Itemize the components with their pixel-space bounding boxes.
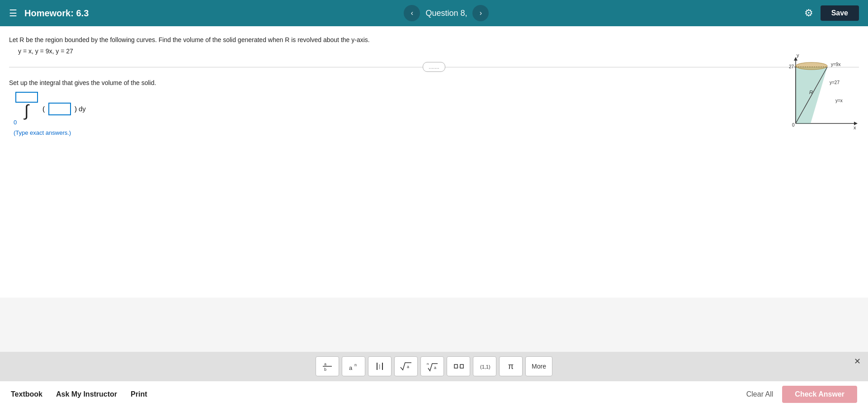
problem-description: Let R be the region bounded by the follo… [9,35,859,45]
nth-root-button[interactable]: n a [420,356,444,376]
more-button[interactable]: More [525,356,552,376]
problem-equations: y = x, y = 9x, y = 27 [18,47,859,55]
graph-svg: y x y=9x y=27 y=x R 27 0 [782,53,859,130]
svg-text:b: b [324,367,326,372]
svg-text:a: a [407,364,409,369]
matrix-button[interactable]: (1,1) [473,356,496,376]
svg-text:27: 27 [789,64,794,69]
open-paren: ( [42,105,45,113]
lower-bound: 0 [14,119,17,126]
sqrt-icon: a [400,360,412,373]
pi-button[interactable]: π [499,356,523,376]
superscript-icon: a n [347,360,360,373]
nth-root-icon: n a [426,360,439,373]
svg-text:R: R [809,90,813,95]
exact-answers-note: (Type exact answers.) [14,129,859,136]
question-navigation: ‹ Question 8, › [89,5,804,21]
next-question-button[interactable]: › [472,5,489,21]
integral-row: ∫ 0 ( ) dy [14,92,859,126]
superscript-button[interactable]: a n [342,356,365,376]
svg-point-9 [796,62,827,70]
graph-area: y x y=9x y=27 y=x R 27 0 [782,53,859,130]
svg-text:a: a [324,362,326,366]
section-divider: ....... [9,62,859,72]
math-toolbar: ✕ a b a n ∣ [0,352,868,381]
more-label: More [532,363,546,370]
svg-text:0: 0 [792,123,795,128]
close-paren: ) [75,105,77,113]
ask-instructor-link[interactable]: Ask My Instructor [56,390,117,398]
svg-text:x: x [854,125,856,130]
setup-text: Set up the integral that gives the volum… [9,79,859,86]
svg-text:·: · [458,364,460,369]
main-content: Let R be the region bounded by the follo… [0,26,868,298]
question-label: Question 8, [425,9,467,18]
svg-text:n: n [354,363,357,367]
svg-text:a: a [434,365,436,370]
svg-text:y=9x: y=9x [831,62,840,67]
bottom-right-actions: Clear All Check Answer [746,386,857,403]
toolbar-close-button[interactable]: ✕ [854,356,861,366]
svg-text:∣: ∣ [378,364,381,369]
prev-question-button[interactable]: ‹ [404,5,420,21]
svg-text:a: a [349,364,353,371]
absolute-value-icon: ∣ [373,360,386,373]
bottom-bar: Textbook Ask My Instructor Print Clear A… [0,381,868,407]
divider-dots[interactable]: ....... [423,62,445,72]
svg-text:y: y [797,53,799,58]
menu-icon[interactable]: ☰ [9,8,17,19]
math-buttons-row: a b a n ∣ a [316,356,552,376]
svg-text:y=27: y=27 [830,80,840,85]
textbook-link[interactable]: Textbook [11,390,42,398]
svg-text:n: n [427,362,429,366]
matrix-icon: (1,1) [478,360,491,373]
integral-symbol: ∫ [24,103,29,119]
fraction-icon: a b [321,360,334,373]
svg-text:y=x: y=x [835,98,843,103]
pi-icon: π [508,362,514,371]
svg-text:(1,1): (1,1) [480,364,491,369]
absolute-value-button[interactable]: ∣ [368,356,392,376]
homework-title: Homework: 6.3 [24,8,89,19]
fraction-button[interactable]: a b [316,356,339,376]
settings-icon[interactable]: ⚙ [804,7,813,19]
print-link[interactable]: Print [131,390,147,398]
dy-text: dy [79,105,86,113]
integral-area: ∫ 0 ( ) dy (Type exact answers.) [14,92,859,136]
multiply-icon: · [452,360,465,373]
header-right-actions: ⚙ Save [804,5,859,21]
check-answer-button[interactable]: Check Answer [782,386,857,403]
save-button[interactable]: Save [821,5,859,21]
multiply-button[interactable]: · [447,356,470,376]
svg-rect-29 [454,364,458,368]
integrand-input[interactable] [48,103,71,115]
app-header: ☰ Homework: 6.3 ‹ Question 8, › ⚙ Save [0,0,868,26]
svg-rect-31 [460,364,463,368]
sqrt-button[interactable]: a [394,356,418,376]
bottom-links: Textbook Ask My Instructor Print [11,390,147,398]
clear-all-button[interactable]: Clear All [746,390,774,398]
